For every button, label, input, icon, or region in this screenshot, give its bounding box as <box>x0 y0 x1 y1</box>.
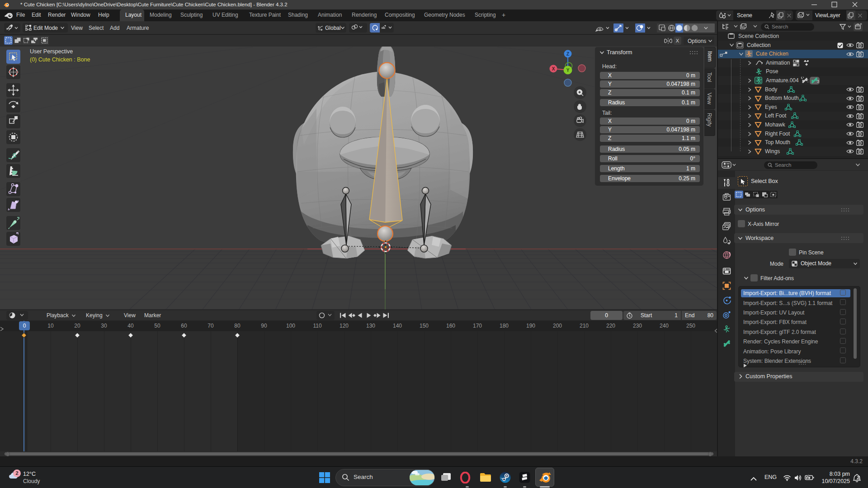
svg-text:Y: Y <box>566 68 570 73</box>
svg-text:X: X <box>552 66 555 71</box>
svg-text:Z: Z <box>566 52 569 56</box>
